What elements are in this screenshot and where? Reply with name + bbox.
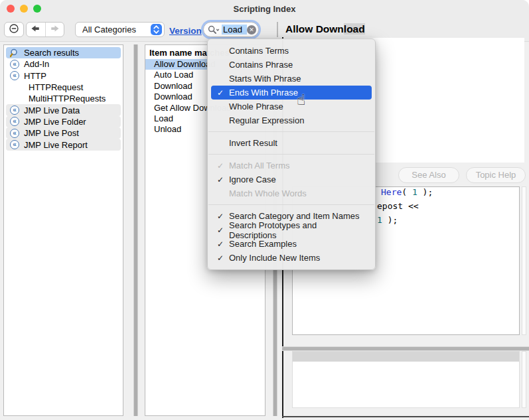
code-token: ( bbox=[402, 187, 412, 197]
checkmark-icon: ✓ bbox=[217, 212, 229, 221]
circled-minus-icon bbox=[9, 23, 19, 36]
menu-item-label: Ends With Phrase bbox=[229, 88, 298, 98]
sidebar-item[interactable]: HTTPRequest bbox=[6, 82, 121, 93]
category-icon: « bbox=[10, 129, 21, 138]
menu-item[interactable]: Contains Terms bbox=[211, 44, 372, 58]
checkmark-icon: ✓ bbox=[217, 161, 229, 171]
forward-button[interactable] bbox=[46, 23, 64, 36]
menu-item[interactable]: ✓Search Prototypes and Descriptions bbox=[211, 223, 372, 237]
forward-arrow-icon bbox=[50, 24, 60, 36]
menu-item-label: Regular Expression bbox=[229, 115, 304, 125]
menu-item[interactable]: Whole Phrase bbox=[211, 100, 372, 113]
sidebar-item[interactable]: «HTTP bbox=[6, 70, 121, 82]
menu-item-label: Contains Phrase bbox=[229, 60, 293, 70]
sidebar-item[interactable]: «JMP Live Report bbox=[6, 139, 121, 150]
checkmark-icon: ✓ bbox=[217, 88, 229, 98]
detail-title-search-highlight: load bbox=[344, 23, 365, 35]
sidebar-item[interactable]: «Add-In bbox=[6, 58, 121, 70]
splitter-left[interactable] bbox=[133, 44, 138, 416]
menu-item[interactable]: ✓Ends With Phrase bbox=[211, 86, 372, 100]
checkmark-icon: ✓ bbox=[217, 175, 229, 184]
sidebar-item[interactable]: «JMP Live Data bbox=[6, 104, 121, 115]
remove-category-button[interactable] bbox=[4, 22, 24, 37]
log-selected-row[interactable] bbox=[293, 352, 519, 362]
category-icon: « bbox=[10, 140, 21, 149]
topic-help-button[interactable]: Topic Help bbox=[466, 167, 526, 183]
menu-item-label: Ignore Case bbox=[229, 175, 276, 184]
checkmark-icon: ✓ bbox=[217, 253, 229, 263]
search-input-value[interactable]: Load bbox=[222, 25, 247, 35]
menu-item-label: Match Whole Words bbox=[229, 188, 307, 198]
back-button[interactable] bbox=[27, 23, 45, 36]
sidebar-item-label: MultiHTTPRequests bbox=[29, 94, 106, 104]
detail-title-text: Allow Down bbox=[285, 23, 344, 35]
sidebar-item[interactable]: «JMP Live Folder bbox=[6, 116, 121, 127]
code-token: ); bbox=[417, 187, 433, 197]
clear-search-button[interactable]: ✕ bbox=[247, 25, 256, 35]
detail-panel-bottom-border bbox=[282, 416, 529, 417]
menu-item-label: Contains Terms bbox=[229, 46, 289, 56]
sidebar-item-label: JMP Live Folder bbox=[24, 117, 86, 127]
category-icon: « bbox=[10, 117, 21, 126]
menu-item-label: Search Prototypes and Descriptions bbox=[229, 220, 366, 240]
category-list: Search results«Add-In«HTTPHTTPRequestMul… bbox=[3, 44, 123, 416]
category-select-value: All Categories bbox=[82, 25, 136, 35]
code-token: 1 bbox=[412, 187, 417, 197]
checkmark-icon: ✓ bbox=[217, 226, 229, 235]
sidebar-item-label: Search results bbox=[24, 48, 79, 58]
category-icon: « bbox=[10, 71, 21, 80]
log-scroll-strip[interactable] bbox=[522, 351, 526, 408]
search-options-menu: Contains TermsContains PhraseStarts With… bbox=[207, 38, 376, 270]
select-stepper-icon bbox=[151, 24, 162, 35]
menu-separator bbox=[208, 154, 374, 155]
sidebar-item[interactable]: «JMP Live Post bbox=[6, 127, 121, 139]
code-token: Here bbox=[381, 187, 402, 197]
category-icon: « bbox=[10, 105, 21, 115]
sidebar-item[interactable]: MultiHTTPRequests bbox=[6, 93, 121, 104]
search-icon bbox=[10, 48, 21, 58]
menu-separator bbox=[208, 131, 374, 132]
menu-item[interactable]: ✓Ignore Case bbox=[211, 173, 372, 186]
toolbar-divider bbox=[277, 22, 278, 37]
version-link[interactable]: Version bbox=[169, 26, 202, 36]
sidebar-item-label: JMP Live Post bbox=[24, 128, 79, 138]
code-token: ); bbox=[382, 215, 398, 225]
menu-item[interactable]: ✓Only Include New Items bbox=[211, 251, 372, 265]
category-icon: « bbox=[10, 60, 21, 69]
code-line: epost << bbox=[377, 201, 419, 211]
see-also-button[interactable]: See Also bbox=[398, 167, 459, 183]
splitter-horizontal[interactable] bbox=[282, 346, 529, 351]
title-bar: Scripting Index bbox=[0, 0, 529, 19]
sidebar-item-label: HTTPRequest bbox=[29, 82, 83, 92]
menu-item: ✓Match All Terms bbox=[211, 159, 372, 173]
menu-separator bbox=[208, 204, 374, 205]
code-token: 1 bbox=[377, 215, 382, 225]
menu-item-label: Starts With Phrase bbox=[229, 74, 301, 84]
back-arrow-icon bbox=[31, 24, 40, 36]
sidebar-item-label: JMP Live Data bbox=[24, 105, 80, 115]
window-title: Scripting Index bbox=[0, 4, 529, 14]
search-field[interactable]: Load ✕ bbox=[203, 22, 259, 37]
code-scroll-strip[interactable] bbox=[522, 186, 526, 335]
code-line: 1 ); bbox=[377, 215, 398, 225]
code-line: Here( 1 ); bbox=[381, 187, 433, 197]
detail-title: Allow Download bbox=[285, 23, 365, 35]
sidebar-item-label: JMP Live Report bbox=[24, 140, 88, 150]
sidebar-item-label: Add-In bbox=[24, 59, 49, 69]
scripting-index-window: Scripting Index All Categories bbox=[0, 0, 529, 420]
menu-item-label: Invert Result bbox=[229, 138, 277, 148]
sidebar-item[interactable]: Search results bbox=[6, 47, 121, 58]
code-token: epost << bbox=[377, 201, 419, 211]
menu-item-label: Only Include New Items bbox=[229, 253, 320, 263]
menu-item[interactable]: Invert Result bbox=[211, 136, 372, 150]
log-panel bbox=[292, 351, 520, 408]
menu-item[interactable]: Contains Phrase bbox=[211, 58, 372, 72]
history-nav-segment bbox=[26, 22, 64, 37]
sidebar-item-label: HTTP bbox=[24, 71, 46, 81]
search-magnifier-icon bbox=[208, 25, 220, 35]
checkmark-icon: ✓ bbox=[217, 240, 229, 249]
menu-item[interactable]: Regular Expression bbox=[211, 113, 372, 127]
category-select[interactable]: All Categories bbox=[75, 22, 165, 37]
menu-item[interactable]: Starts With Phrase bbox=[211, 72, 372, 86]
menu-item-label: Match All Terms bbox=[229, 161, 290, 171]
